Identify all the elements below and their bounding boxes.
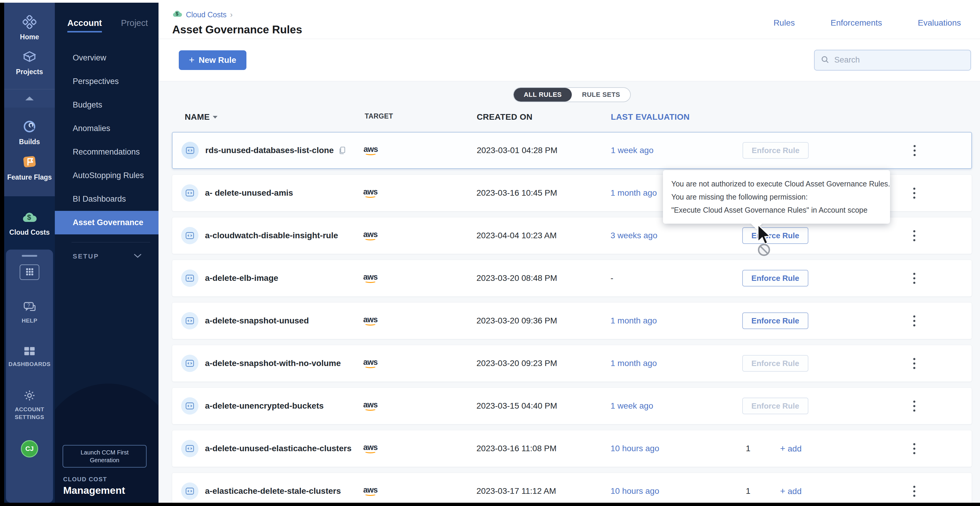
- enforce-rule-button[interactable]: Enforce Rule: [742, 312, 808, 329]
- help-icon: ?: [23, 301, 37, 314]
- enforce-rule-button[interactable]: Enforce Rule: [742, 270, 808, 287]
- rule-name[interactable]: a-delete-snapshot-unused: [205, 316, 309, 325]
- sidebar-item-projects[interactable]: Projects: [4, 45, 55, 80]
- row-menu-button[interactable]: [908, 397, 921, 416]
- feature-flags-icon: [22, 154, 37, 170]
- rules-list-area: ALL RULES RULE SETS NAME TARGET CREATED …: [159, 81, 980, 503]
- aws-smile: [364, 450, 376, 453]
- enforce-rule-button[interactable]: Enforce Rule: [742, 227, 808, 244]
- sidebar-item-setup[interactable]: SETUP: [55, 243, 159, 260]
- row-menu-button[interactable]: [908, 354, 921, 373]
- table-row[interactable]: a-delete-elb-image aws 2023-03-20 08:48 …: [172, 260, 972, 297]
- new-rule-button[interactable]: + New Rule: [179, 50, 247, 70]
- table-row[interactable]: a-delete-unused-elasticache-clusters aws…: [172, 430, 972, 467]
- rule-name[interactable]: a- delete-unused-amis: [205, 188, 293, 198]
- tab-project[interactable]: Project: [121, 18, 148, 32]
- table-row[interactable]: rds-unused-databases-list-clone aws 2023…: [172, 132, 972, 169]
- cloud-costs-icon: $: [22, 211, 37, 225]
- aws-target-logo: aws: [363, 231, 377, 240]
- rule-icon: [181, 312, 199, 329]
- toggle-all-rules[interactable]: ALL RULES: [514, 88, 572, 102]
- link-enforcements[interactable]: Enforcements: [830, 18, 882, 39]
- link-evaluations[interactable]: Evaluations: [918, 18, 961, 39]
- launch-ccm-first-gen-button[interactable]: Launch CCM First Generation: [62, 445, 146, 468]
- rule-name-text: a-delete-unused-elasticache-clusters: [205, 444, 352, 453]
- screen: Home Projects Builds: [0, 0, 980, 506]
- last-evaluation-link[interactable]: 1 month ago: [611, 316, 657, 325]
- last-evaluation-link[interactable]: 1 month ago: [611, 188, 657, 198]
- column-target: TARGET: [365, 112, 393, 120]
- last-evaluation-link[interactable]: 10 hours ago: [611, 444, 659, 453]
- search-box: [814, 50, 971, 71]
- row-menu-button[interactable]: [908, 482, 921, 501]
- enforcement-count: 1: [746, 444, 751, 453]
- row-menu-button[interactable]: [908, 269, 921, 288]
- row-menu-button[interactable]: [908, 226, 921, 245]
- created-on-value: 2023-03-17 11:12 AM: [476, 486, 556, 496]
- module-launcher-button[interactable]: [20, 265, 39, 280]
- sidebar-item-recommendations[interactable]: Recommendations: [55, 140, 159, 164]
- table-row[interactable]: a-delete-snapshot-with-no-volume aws 202…: [172, 345, 972, 382]
- row-menu-button[interactable]: [908, 141, 921, 160]
- user-avatar[interactable]: CJ: [21, 440, 38, 457]
- sidebar-item-bi-dashboards[interactable]: BI Dashboards: [55, 187, 159, 211]
- enforce-rule-button: Enforce Rule: [743, 142, 809, 159]
- sidebar-item-cloud-costs[interactable]: $ Cloud Costs: [4, 207, 55, 241]
- table-row[interactable]: a-delete-unencrypted-buckets aws 2023-03…: [172, 387, 972, 424]
- rule-icon: [181, 482, 199, 500]
- last-evaluation-link[interactable]: 1 month ago: [611, 358, 657, 368]
- rule-name[interactable]: rds-unused-databases-list-clone: [205, 146, 346, 155]
- row-menu-button[interactable]: [908, 311, 921, 330]
- toggle-rule-sets[interactable]: RULE SETS: [572, 88, 630, 102]
- sidebar-item-anomalies[interactable]: Anomalies: [55, 117, 159, 140]
- copy-icon[interactable]: [339, 146, 346, 155]
- row-menu-button[interactable]: [908, 439, 921, 458]
- sidebar-item-builds[interactable]: Builds: [4, 115, 55, 150]
- rule-name[interactable]: a-cloudwatch-disable-insight-rule: [205, 231, 338, 240]
- rule-name[interactable]: a-elasticache-delete-stale-clusters: [205, 486, 341, 496]
- created-on-value: 2023-03-01 04:28 PM: [477, 146, 557, 155]
- add-enforcement-link[interactable]: +add: [780, 443, 802, 454]
- sidebar-item-label: Cloud Costs: [9, 228, 49, 236]
- rule-name[interactable]: a-delete-snapshot-with-no-volume: [205, 358, 341, 368]
- add-enforcement-link[interactable]: +add: [780, 486, 802, 496]
- sidebar-item-asset-governance[interactable]: Asset Governance: [55, 211, 159, 235]
- table-row[interactable]: a-elasticache-delete-stale-clusters aws …: [172, 473, 972, 503]
- last-evaluation-link[interactable]: 1 week ago: [611, 146, 654, 155]
- sidebar-item-overview[interactable]: Overview: [55, 46, 159, 70]
- sidebar-item-perspectives[interactable]: Perspectives: [55, 70, 159, 93]
- sidebar-item-feature-flags[interactable]: Feature Flags: [4, 150, 55, 186]
- last-evaluation-link[interactable]: 10 hours ago: [611, 486, 659, 496]
- drag-handle[interactable]: [22, 255, 37, 257]
- sidebar-item-autostopping-rules[interactable]: AutoStopping Rules: [55, 164, 159, 187]
- plus-icon: +: [189, 54, 194, 65]
- rule-name-text: a-cloudwatch-disable-insight-rule: [205, 231, 338, 240]
- enforce-rule-button: Enforce Rule: [742, 355, 808, 372]
- rule-name[interactable]: a-delete-elb-image: [205, 273, 278, 283]
- last-evaluation-link[interactable]: 3 weeks ago: [611, 231, 657, 240]
- rule-name[interactable]: a-delete-unused-elasticache-clusters: [205, 444, 352, 453]
- rule-name-text: a-delete-elb-image: [205, 273, 278, 283]
- rule-name-text: a-delete-unencrypted-buckets: [205, 401, 324, 411]
- sidebar-item-account-settings[interactable]: ACCOUNT SETTINGS: [6, 389, 53, 421]
- tooltip-line: You are missing the following permission…: [671, 190, 882, 203]
- sidebar-item-help[interactable]: ? HELP: [22, 301, 38, 325]
- sidebar-item-home[interactable]: Home: [4, 11, 55, 45]
- row-menu-button[interactable]: [908, 184, 921, 203]
- rule-icon: [181, 227, 199, 244]
- breadcrumb-link[interactable]: Cloud Costs: [186, 10, 226, 19]
- sidebar-item-dashboards[interactable]: DASHBOARDS: [8, 346, 50, 368]
- rail-active-module: $ Cloud Costs: [4, 196, 55, 249]
- search-input[interactable]: [834, 56, 964, 65]
- rail-collapse-button[interactable]: [4, 89, 55, 108]
- column-name[interactable]: NAME: [185, 112, 218, 122]
- last-evaluation-link[interactable]: 1 week ago: [611, 401, 653, 411]
- tab-account[interactable]: Account: [67, 18, 102, 32]
- enforcement-count: 1: [746, 486, 751, 496]
- table-row[interactable]: a-delete-snapshot-unused aws 2023-03-20 …: [172, 302, 972, 339]
- rule-name-text: a-elasticache-delete-stale-clusters: [205, 486, 341, 496]
- link-rules[interactable]: Rules: [773, 18, 795, 39]
- sidebar-item-budgets[interactable]: Budgets: [55, 93, 159, 117]
- aws-target-logo: aws: [363, 273, 377, 283]
- rule-name[interactable]: a-delete-unencrypted-buckets: [205, 401, 324, 411]
